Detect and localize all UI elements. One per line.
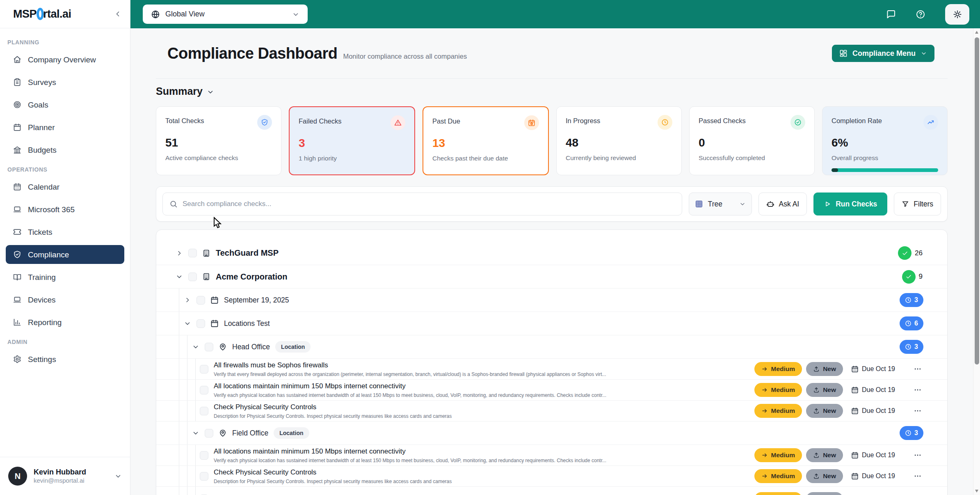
card-completion-rate[interactable]: Completion Rate 6% Overall progress xyxy=(822,106,948,175)
row-checkbox[interactable] xyxy=(188,249,197,257)
scroll-up-arrow[interactable] xyxy=(975,31,978,34)
check-description: Verify each physical location has sustai… xyxy=(214,392,657,398)
sidebar-item-calendar[interactable]: Calendar xyxy=(6,177,124,196)
logo-text-pre: MSP xyxy=(13,8,37,21)
table-row-check[interactable]: Check Physical Security Controls Descrip… xyxy=(156,400,947,421)
sidebar-item-company-overview[interactable]: Company Overview xyxy=(6,50,124,69)
table-row-company[interactable]: Acme Corporation 9 xyxy=(156,265,947,288)
priority-badge: Medium xyxy=(754,383,802,397)
sidebar-collapse-button[interactable] xyxy=(114,10,122,18)
search-input[interactable] xyxy=(183,200,675,208)
user-email: kevin@msportal.ai xyxy=(34,477,86,485)
theme-toggle-button[interactable] xyxy=(945,4,969,25)
table-row-check[interactable]: Check Physical Security Controls Descrip… xyxy=(156,465,947,486)
row-checkbox[interactable] xyxy=(200,386,208,394)
sidebar-item-surveys[interactable]: Surveys xyxy=(6,73,124,92)
row-checkbox[interactable] xyxy=(200,407,208,415)
row-checkbox[interactable] xyxy=(200,365,208,374)
filters-button[interactable]: Filters xyxy=(894,192,941,215)
help-button[interactable] xyxy=(916,9,925,19)
row-checkbox[interactable] xyxy=(205,429,213,438)
ellipsis-icon xyxy=(914,386,922,394)
clock-icon xyxy=(905,297,911,303)
scroll-down-arrow[interactable] xyxy=(975,490,978,493)
ellipsis-icon xyxy=(914,365,922,373)
table-row-group[interactable]: Locations Test 6 xyxy=(156,312,947,335)
run-checks-button[interactable]: Run Checks xyxy=(813,192,887,215)
card-failed-checks[interactable]: Failed Checks 3 1 high priority xyxy=(289,106,415,175)
table-row-check[interactable]: All locations maintain minimum 150 Mbps … xyxy=(156,445,947,465)
sidebar-item-training[interactable]: Training xyxy=(6,268,124,286)
card-total-checks[interactable]: Total Checks 51 Active compliance checks xyxy=(156,106,281,175)
sidebar-item-budgets[interactable]: Budgets xyxy=(6,140,124,159)
expand-chevron-down-icon[interactable] xyxy=(174,273,184,280)
row-menu-button[interactable] xyxy=(914,472,922,480)
row-checkbox[interactable] xyxy=(200,451,208,460)
clock-icon xyxy=(658,115,672,130)
global-view-select[interactable]: Global View xyxy=(143,5,308,24)
row-menu-button[interactable] xyxy=(914,386,922,394)
sidebar-item-tickets[interactable]: Tickets xyxy=(6,222,124,241)
scrollbar-thumb[interactable] xyxy=(975,37,979,364)
toolbar: Tree Ask AI Run Checks Filters xyxy=(156,186,948,222)
expand-chevron-right-icon[interactable] xyxy=(183,296,192,304)
check-description: Verify each physical location has sustai… xyxy=(214,458,657,463)
sidebar-item-compliance[interactable]: Compliance xyxy=(6,245,124,264)
due-date: Due Oct 19 xyxy=(851,386,901,394)
check-title: Check Physical Security Controls xyxy=(214,468,748,477)
priority-badge: Medium xyxy=(754,469,802,483)
expand-chevron-down-icon[interactable] xyxy=(183,320,192,327)
compliance-tree: TechGuard MSP 26 Acme Corporation 9 xyxy=(156,229,948,495)
table-row-check[interactable]: All firewalls must be Sophos firewalls M… xyxy=(156,486,947,495)
table-row-location[interactable]: Head Office Location 3 xyxy=(156,335,947,358)
sidebar-item-reporting[interactable]: Reporting xyxy=(6,313,124,332)
compliance-menu-button[interactable]: Compliance Menu xyxy=(832,45,934,62)
table-row-company[interactable]: TechGuard MSP 26 xyxy=(156,241,947,265)
sidebar: MSPrtal.ai PLANNING Company Overview Sur… xyxy=(0,0,130,495)
laptop-icon xyxy=(13,205,21,213)
row-checkbox[interactable] xyxy=(188,273,197,281)
table-row-location[interactable]: Field Office Location 3 xyxy=(156,421,947,445)
avatar: N xyxy=(8,467,27,486)
calendar-days-icon xyxy=(13,183,21,191)
view-mode-select[interactable]: Tree xyxy=(689,192,752,215)
status-badge: New xyxy=(806,383,843,397)
sidebar-item-microsoft-365[interactable]: Microsoft 365 xyxy=(6,200,124,219)
sidebar-item-settings[interactable]: Settings xyxy=(6,350,124,369)
ask-ai-button[interactable]: Ask AI xyxy=(758,192,807,215)
row-menu-button[interactable] xyxy=(914,407,922,415)
row-menu-button[interactable] xyxy=(914,451,922,459)
user-name: Kevin Hubbard xyxy=(34,468,86,477)
expand-chevron-down-icon[interactable] xyxy=(191,429,201,437)
feedback-button[interactable] xyxy=(886,9,896,19)
row-menu-button[interactable] xyxy=(914,365,922,373)
alert-triangle-icon xyxy=(391,115,405,130)
card-past-due[interactable]: Past Due 13 Checks past their due date xyxy=(423,106,549,175)
row-checkbox[interactable] xyxy=(196,296,205,305)
progress-fill xyxy=(832,168,838,172)
summary-toggle[interactable]: Summary xyxy=(156,85,214,97)
sidebar-item-goals[interactable]: Goals xyxy=(6,95,124,114)
due-date: Due Oct 19 xyxy=(851,451,901,459)
expand-chevron-down-icon[interactable] xyxy=(191,343,201,351)
chevron-down-icon xyxy=(739,201,746,207)
row-checkbox[interactable] xyxy=(205,343,213,351)
building-icon xyxy=(202,249,210,257)
calendar-icon xyxy=(851,472,859,480)
funnel-icon xyxy=(902,200,909,208)
page-title: Compliance Dashboard xyxy=(167,45,337,62)
table-row-group[interactable]: September 19, 2025 3 xyxy=(156,288,947,312)
map-pin-icon xyxy=(219,429,227,437)
card-in-progress[interactable]: In Progress 48 Currently being reviewed xyxy=(556,106,682,175)
expand-chevron-right-icon[interactable] xyxy=(174,250,184,257)
sidebar-item-planner[interactable]: Planner xyxy=(6,118,124,137)
page-scrollbar[interactable] xyxy=(973,28,980,495)
user-menu[interactable]: N Kevin Hubbard kevin@msportal.ai xyxy=(0,457,130,495)
sidebar-item-devices[interactable]: Devices xyxy=(6,290,124,309)
table-row-check[interactable]: All firewalls must be Sophos firewalls V… xyxy=(156,358,947,379)
priority-badge: Medium xyxy=(754,362,802,376)
table-row-check[interactable]: All locations maintain minimum 150 Mbps … xyxy=(156,379,947,400)
row-checkbox[interactable] xyxy=(200,472,208,481)
card-passed-checks[interactable]: Passed Checks 0 Successfully completed xyxy=(689,106,815,175)
row-checkbox[interactable] xyxy=(196,319,205,328)
